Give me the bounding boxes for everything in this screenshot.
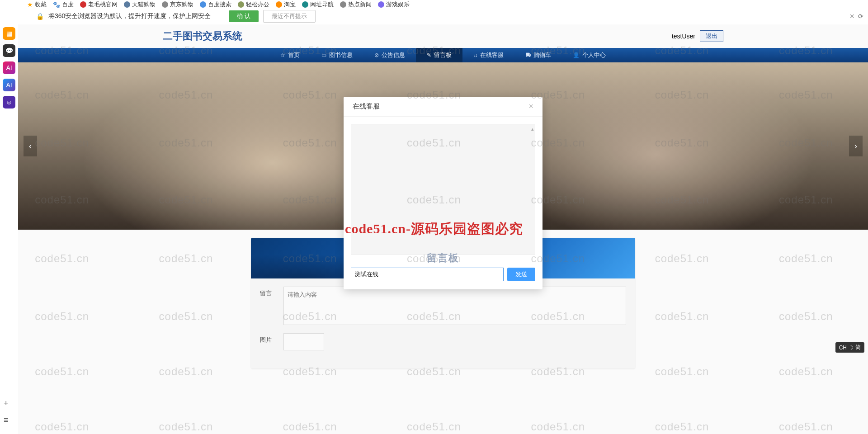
send-button[interactable]: 发送 (507, 268, 535, 281)
bookmark-favorites[interactable]: ★收藏 (27, 0, 47, 9)
modal-title: 在线客服 (353, 102, 380, 111)
bookmark-taobao[interactable]: 淘宝 (276, 0, 296, 9)
browser-sidebar-bottom: + ≡ (4, 399, 9, 425)
bookmark-news[interactable]: 热点新闻 (340, 0, 372, 9)
dot-icon (200, 1, 206, 8)
main-area: 二手图书交易系统 testUser 退出 ☆首页 ▭图书信息 ⊘公告信息 ✎留言… (18, 24, 868, 434)
bookmarks-bar: ★收藏 🐾百度 老毛桃官网 天猫购物 京东购物 百度搜索 轻松办公 淘宝 网址导… (0, 0, 868, 9)
bookmark-baidu-search[interactable]: 百度搜索 (200, 0, 231, 9)
dot-icon (80, 1, 86, 8)
dot-icon (302, 1, 308, 8)
security-bar: 🔒 将360安全浏览器设为默认，提升打开速度，保护上网安全 确 认 最近不再提示… (0, 9, 868, 24)
modal-close-icon[interactable]: × (528, 102, 533, 111)
bookmark-jd[interactable]: 京东购物 (162, 0, 193, 9)
dot-icon (378, 1, 384, 8)
sidebar-smile-icon[interactable]: ☺ (3, 96, 15, 108)
dot-icon (276, 1, 282, 8)
confirm-button[interactable]: 确 认 (229, 10, 259, 22)
browser-sidebar: ▦ 💬 AI AI ☺ (0, 24, 18, 108)
bookmark-office[interactable]: 轻松办公 (238, 0, 269, 9)
lock-icon: 🔒 (36, 13, 44, 20)
star-icon: ★ (27, 1, 33, 8)
dot-icon (238, 1, 244, 8)
chat-input[interactable] (351, 268, 504, 281)
plus-icon[interactable]: + (4, 399, 9, 408)
paw-icon: 🐾 (53, 1, 60, 8)
bookmark-laomaotao[interactable]: 老毛桃官网 (80, 0, 118, 9)
modal-overlay: 在线客服 × ▴ 发送 (18, 24, 868, 434)
bookmark-baidu[interactable]: 🐾百度 (53, 0, 74, 9)
modal-body: ▴ (344, 117, 542, 262)
sidebar-app-icon[interactable]: ▦ (3, 27, 15, 40)
dot-icon (162, 1, 168, 8)
banner-title: 留言板 (427, 251, 459, 265)
moon-icon: ☽ (849, 344, 854, 351)
sidebar-assistant-icon[interactable]: AI (3, 79, 15, 91)
bookmark-nav[interactable]: 网址导航 (302, 0, 334, 9)
dot-icon (340, 1, 346, 8)
noremind-button[interactable]: 最近不再提示 (263, 10, 316, 23)
bookmark-games[interactable]: 游戏娱乐 (378, 0, 410, 9)
ime-badge[interactable]: CH☽简 (835, 342, 864, 353)
scroll-up-icon[interactable]: ▴ (531, 126, 534, 132)
security-text: 将360安全浏览器设为默认，提升打开速度，保护上网安全 (48, 12, 211, 20)
bookmark-tmall[interactable]: 天猫购物 (124, 0, 156, 9)
modal-footer: 发送 (344, 262, 542, 289)
sidebar-chat-icon[interactable]: 💬 (3, 44, 15, 57)
back-icon[interactable]: ⟳ (858, 13, 863, 20)
modal-header: 在线客服 × (344, 97, 542, 117)
sidebar-ai-icon[interactable]: AI (3, 61, 15, 74)
menu-icon[interactable]: ≡ (4, 415, 9, 425)
chat-history-area[interactable]: ▴ (351, 124, 535, 255)
close-icon[interactable]: × (849, 12, 854, 21)
dot-icon (124, 1, 130, 8)
